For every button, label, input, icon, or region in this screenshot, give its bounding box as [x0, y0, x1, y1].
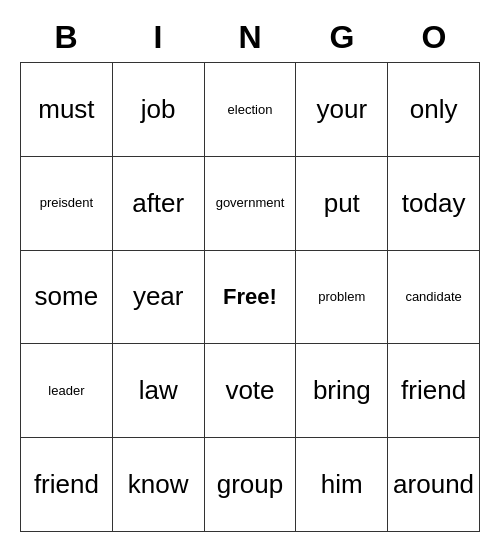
cell-text-2-0: some: [35, 281, 99, 312]
bingo-cell-0-4: only: [388, 63, 480, 157]
bingo-cell-1-0: preisdent: [21, 157, 113, 251]
cell-text-2-1: year: [133, 281, 184, 312]
cell-text-2-2: Free!: [223, 284, 277, 310]
cell-text-4-4: around: [393, 469, 474, 500]
cell-text-1-4: today: [402, 188, 466, 219]
bingo-cell-3-3: bring: [296, 344, 388, 438]
bingo-cell-3-0: leader: [21, 344, 113, 438]
bingo-cell-4-2: group: [205, 438, 297, 532]
bingo-cell-2-1: year: [113, 251, 205, 345]
cell-text-2-3: problem: [318, 289, 365, 305]
cell-text-3-4: friend: [401, 375, 466, 406]
bingo-cell-3-2: vote: [205, 344, 297, 438]
cell-text-3-2: vote: [225, 375, 274, 406]
header-letter-G: G: [296, 12, 388, 62]
bingo-grid: mustjobelectionyouronlypreisdentaftergov…: [20, 62, 480, 532]
cell-text-1-0: preisdent: [40, 195, 93, 211]
cell-text-4-3: him: [321, 469, 363, 500]
cell-text-3-1: law: [139, 375, 178, 406]
cell-text-0-1: job: [141, 94, 176, 125]
bingo-cell-1-3: put: [296, 157, 388, 251]
bingo-cell-0-1: job: [113, 63, 205, 157]
cell-text-0-3: your: [317, 94, 368, 125]
bingo-cell-0-0: must: [21, 63, 113, 157]
cell-text-2-4: candidate: [405, 289, 461, 305]
bingo-cell-1-2: government: [205, 157, 297, 251]
bingo-cell-2-4: candidate: [388, 251, 480, 345]
cell-text-4-2: group: [217, 469, 284, 500]
bingo-cell-4-3: him: [296, 438, 388, 532]
cell-text-4-1: know: [128, 469, 189, 500]
cell-text-0-2: election: [228, 102, 273, 118]
header-letter-O: O: [388, 12, 480, 62]
bingo-cell-0-2: election: [205, 63, 297, 157]
cell-text-0-4: only: [410, 94, 458, 125]
cell-text-3-3: bring: [313, 375, 371, 406]
bingo-cell-2-2: Free!: [205, 251, 297, 345]
cell-text-1-1: after: [132, 188, 184, 219]
bingo-cell-3-4: friend: [388, 344, 480, 438]
cell-text-3-0: leader: [48, 383, 84, 399]
bingo-header: BINGO: [20, 12, 480, 62]
bingo-cell-0-3: your: [296, 63, 388, 157]
bingo-cell-4-1: know: [113, 438, 205, 532]
header-letter-B: B: [20, 12, 112, 62]
header-letter-I: I: [112, 12, 204, 62]
header-letter-N: N: [204, 12, 296, 62]
bingo-card: BINGO mustjobelectionyouronlypreisdentaf…: [20, 12, 480, 532]
cell-text-0-0: must: [38, 94, 94, 125]
bingo-cell-1-1: after: [113, 157, 205, 251]
bingo-cell-2-0: some: [21, 251, 113, 345]
bingo-cell-4-0: friend: [21, 438, 113, 532]
cell-text-1-2: government: [216, 195, 285, 211]
bingo-cell-1-4: today: [388, 157, 480, 251]
bingo-cell-4-4: around: [388, 438, 480, 532]
bingo-cell-3-1: law: [113, 344, 205, 438]
bingo-cell-2-3: problem: [296, 251, 388, 345]
cell-text-1-3: put: [324, 188, 360, 219]
cell-text-4-0: friend: [34, 469, 99, 500]
